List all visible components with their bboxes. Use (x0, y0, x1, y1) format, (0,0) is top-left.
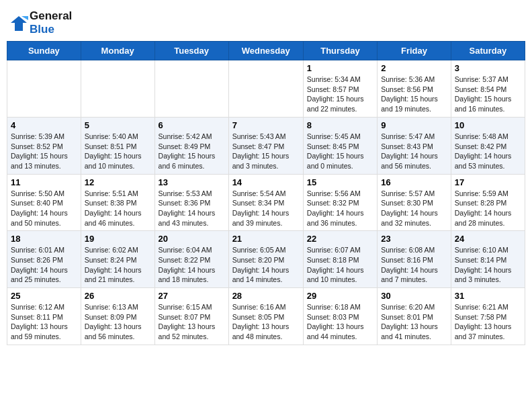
day-info: Sunrise: 6:10 AMSunset: 8:14 PMDaylight:… (455, 245, 521, 285)
calendar-cell: 10Sunrise: 5:48 AMSunset: 8:42 PMDayligh… (451, 117, 525, 174)
calendar-cell (154, 60, 228, 118)
day-info: Sunrise: 6:01 AMSunset: 8:26 PMDaylight:… (11, 245, 77, 285)
calendar-cell: 4Sunrise: 5:39 AMSunset: 8:52 PMDaylight… (7, 117, 81, 174)
day-number: 10 (455, 120, 521, 130)
calendar-cell: 2Sunrise: 5:36 AMSunset: 8:56 PMDaylight… (378, 60, 451, 118)
day-number: 29 (307, 291, 373, 301)
day-info: Sunrise: 5:43 AMSunset: 8:47 PMDaylight:… (232, 132, 300, 171)
day-number: 15 (307, 177, 373, 187)
day-number: 24 (455, 234, 521, 244)
calendar-cell (81, 60, 154, 118)
calendar-cell: 31Sunrise: 6:21 AMSunset: 7:58 PMDayligh… (451, 288, 525, 345)
calendar-week-5: 25Sunrise: 6:12 AMSunset: 8:11 PMDayligh… (7, 288, 525, 345)
logo-text: General Blue (30, 9, 72, 36)
day-info: Sunrise: 6:02 AMSunset: 8:24 PMDaylight:… (85, 245, 151, 285)
calendar-cell: 23Sunrise: 6:08 AMSunset: 8:16 PMDayligh… (378, 231, 451, 288)
day-number: 30 (381, 291, 447, 301)
calendar-cell: 14Sunrise: 5:54 AMSunset: 8:34 PMDayligh… (228, 174, 303, 231)
day-number: 12 (85, 177, 151, 187)
calendar-cell: 27Sunrise: 6:15 AMSunset: 8:07 PMDayligh… (154, 288, 228, 345)
day-info: Sunrise: 5:54 AMSunset: 8:34 PMDaylight:… (232, 189, 300, 228)
logo-icon (9, 13, 28, 32)
calendar-cell: 16Sunrise: 5:57 AMSunset: 8:30 PMDayligh… (378, 174, 451, 231)
calendar-cell: 26Sunrise: 6:13 AMSunset: 8:09 PMDayligh… (81, 288, 154, 345)
day-info: Sunrise: 5:37 AMSunset: 8:54 PMDaylight:… (455, 75, 521, 114)
calendar-week-4: 18Sunrise: 6:01 AMSunset: 8:26 PMDayligh… (7, 231, 525, 288)
calendar-cell: 22Sunrise: 6:07 AMSunset: 8:18 PMDayligh… (303, 231, 377, 288)
calendar-cell: 12Sunrise: 5:51 AMSunset: 8:38 PMDayligh… (81, 174, 154, 231)
day-info: Sunrise: 5:51 AMSunset: 8:38 PMDaylight:… (85, 189, 151, 228)
day-info: Sunrise: 6:08 AMSunset: 8:16 PMDaylight:… (381, 245, 447, 285)
calendar-header-thursday: Thursday (303, 42, 377, 60)
day-info: Sunrise: 5:59 AMSunset: 8:28 PMDaylight:… (455, 189, 521, 228)
day-number: 6 (159, 120, 225, 130)
day-info: Sunrise: 5:57 AMSunset: 8:30 PMDaylight:… (381, 189, 447, 228)
day-number: 26 (85, 291, 151, 301)
calendar-week-3: 11Sunrise: 5:50 AMSunset: 8:40 PMDayligh… (7, 174, 525, 231)
calendar-cell: 29Sunrise: 6:18 AMSunset: 8:03 PMDayligh… (303, 288, 377, 345)
day-info: Sunrise: 5:50 AMSunset: 8:40 PMDaylight:… (11, 189, 77, 228)
day-number: 17 (455, 177, 521, 187)
day-number: 1 (307, 63, 373, 73)
day-info: Sunrise: 6:16 AMSunset: 8:05 PMDaylight:… (232, 302, 300, 342)
calendar-cell: 6Sunrise: 5:42 AMSunset: 8:49 PMDaylight… (154, 117, 228, 174)
calendar-cell (228, 60, 303, 118)
day-number: 3 (455, 63, 521, 73)
calendar-week-1: 1Sunrise: 5:34 AMSunset: 8:57 PMDaylight… (7, 60, 525, 118)
calendar-week-2: 4Sunrise: 5:39 AMSunset: 8:52 PMDaylight… (7, 117, 525, 174)
day-number: 27 (159, 291, 225, 301)
calendar-cell: 30Sunrise: 6:20 AMSunset: 8:01 PMDayligh… (378, 288, 451, 345)
day-number: 9 (381, 120, 447, 130)
calendar-cell (7, 60, 81, 118)
day-info: Sunrise: 6:07 AMSunset: 8:18 PMDaylight:… (307, 245, 373, 285)
day-number: 4 (11, 120, 77, 130)
day-number: 2 (381, 63, 447, 73)
day-number: 31 (455, 291, 521, 301)
calendar-header-sunday: Sunday (7, 42, 81, 60)
day-info: Sunrise: 5:47 AMSunset: 8:43 PMDaylight:… (381, 132, 447, 171)
day-number: 5 (85, 120, 151, 130)
day-number: 23 (381, 234, 447, 244)
day-info: Sunrise: 5:34 AMSunset: 8:57 PMDaylight:… (307, 75, 373, 114)
day-number: 11 (11, 177, 77, 187)
day-info: Sunrise: 5:39 AMSunset: 8:52 PMDaylight:… (11, 132, 77, 171)
calendar-header-wednesday: Wednesday (228, 42, 303, 60)
logo: General Blue (9, 9, 72, 36)
day-info: Sunrise: 5:45 AMSunset: 8:45 PMDaylight:… (307, 132, 373, 171)
day-info: Sunrise: 5:42 AMSunset: 8:49 PMDaylight:… (159, 132, 225, 171)
day-info: Sunrise: 5:53 AMSunset: 8:36 PMDaylight:… (159, 189, 225, 228)
day-number: 28 (232, 291, 300, 301)
calendar-cell: 15Sunrise: 5:56 AMSunset: 8:32 PMDayligh… (303, 174, 377, 231)
day-number: 21 (232, 234, 300, 244)
calendar-cell: 11Sunrise: 5:50 AMSunset: 8:40 PMDayligh… (7, 174, 81, 231)
calendar-cell: 5Sunrise: 5:40 AMSunset: 8:51 PMDaylight… (81, 117, 154, 174)
day-info: Sunrise: 6:05 AMSunset: 8:20 PMDaylight:… (232, 245, 300, 285)
calendar-header-row: SundayMondayTuesdayWednesdayThursdayFrid… (7, 42, 525, 60)
day-info: Sunrise: 6:20 AMSunset: 8:01 PMDaylight:… (381, 302, 447, 342)
day-info: Sunrise: 6:18 AMSunset: 8:03 PMDaylight:… (307, 302, 373, 342)
calendar-table: SundayMondayTuesdayWednesdayThursdayFrid… (7, 41, 525, 345)
day-number: 7 (232, 120, 300, 130)
calendar-cell: 24Sunrise: 6:10 AMSunset: 8:14 PMDayligh… (451, 231, 525, 288)
day-info: Sunrise: 5:56 AMSunset: 8:32 PMDaylight:… (307, 189, 373, 228)
calendar-cell: 17Sunrise: 5:59 AMSunset: 8:28 PMDayligh… (451, 174, 525, 231)
calendar-header-monday: Monday (81, 42, 154, 60)
calendar-cell: 19Sunrise: 6:02 AMSunset: 8:24 PMDayligh… (81, 231, 154, 288)
calendar-cell: 1Sunrise: 5:34 AMSunset: 8:57 PMDaylight… (303, 60, 377, 118)
calendar-cell: 25Sunrise: 6:12 AMSunset: 8:11 PMDayligh… (7, 288, 81, 345)
calendar-cell: 28Sunrise: 6:16 AMSunset: 8:05 PMDayligh… (228, 288, 303, 345)
calendar-cell: 21Sunrise: 6:05 AMSunset: 8:20 PMDayligh… (228, 231, 303, 288)
calendar-cell: 7Sunrise: 5:43 AMSunset: 8:47 PMDaylight… (228, 117, 303, 174)
calendar-cell: 3Sunrise: 5:37 AMSunset: 8:54 PMDaylight… (451, 60, 525, 118)
day-info: Sunrise: 6:13 AMSunset: 8:09 PMDaylight:… (85, 302, 151, 342)
header: General Blue (7, 7, 525, 36)
calendar-cell: 20Sunrise: 6:04 AMSunset: 8:22 PMDayligh… (154, 231, 228, 288)
calendar-cell: 13Sunrise: 5:53 AMSunset: 8:36 PMDayligh… (154, 174, 228, 231)
calendar-header-tuesday: Tuesday (154, 42, 228, 60)
day-info: Sunrise: 6:04 AMSunset: 8:22 PMDaylight:… (159, 245, 225, 285)
day-number: 20 (159, 234, 225, 244)
day-info: Sunrise: 6:21 AMSunset: 7:58 PMDaylight:… (455, 302, 521, 342)
day-info: Sunrise: 6:12 AMSunset: 8:11 PMDaylight:… (11, 302, 77, 342)
day-number: 8 (307, 120, 373, 130)
day-number: 13 (159, 177, 225, 187)
